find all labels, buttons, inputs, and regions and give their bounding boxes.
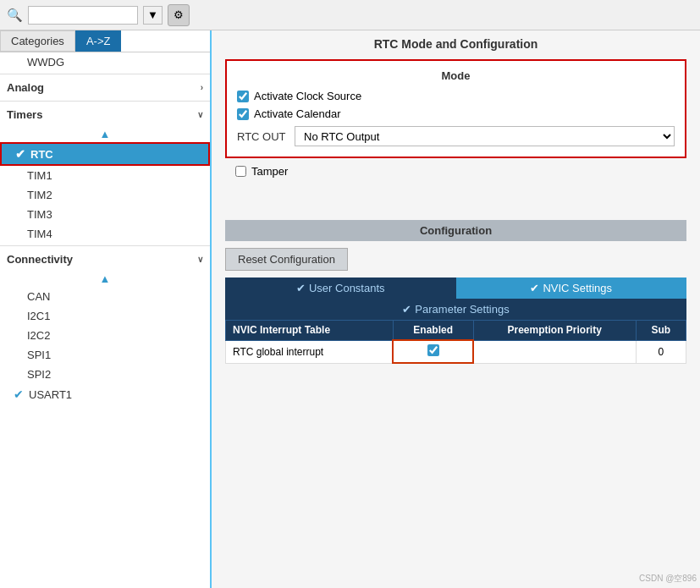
sidebar-item-connectivity[interactable]: Connectivity ∨ [0,248,210,271]
config-section-header: Configuration [225,220,686,241]
divider-1 [0,74,210,74]
config-tabs-row: ✔ User Constants ✔ NVIC Settings [225,278,686,299]
nvic-table: NVIC Interrupt Table Enabled Preemption … [225,320,686,364]
interrupt-name-cell: RTC global interrupt [226,340,394,363]
rtc-out-select[interactable]: No RTC Output RTC Alarm RTC Second [295,126,675,146]
table-row: RTC global interrupt 0 [226,340,686,363]
search-dropdown-button[interactable]: ▼ [143,6,163,25]
col-nvic-interrupt-table: NVIC Interrupt Table [226,321,394,341]
config-tab-parameter-settings[interactable]: ✔ Parameter Settings [225,299,686,320]
divider-2 [0,101,210,102]
tamper-row: Tamper [212,163,700,179]
sidebar-item-usart1[interactable]: ✔ USART1 [0,384,210,404]
sidebar-item-tim3[interactable]: TIM3 [0,205,210,224]
nvic-settings-check-icon: ✔ [530,282,539,294]
tamper-checkbox[interactable] [235,166,246,177]
sidebar-item-i2c2[interactable]: I2C2 [0,326,210,345]
activate-calendar-label: Activate Calendar [254,107,341,120]
sidebar-item-can[interactable]: CAN [0,287,210,306]
sidebar-tab-categories[interactable]: Categories [0,30,75,52]
timers-collapse-arrow[interactable]: ▲ [0,126,210,142]
config-section: Configuration Reset Configuration ✔ User… [225,220,686,364]
param-settings-label: Parameter Settings [415,303,509,316]
connectivity-collapse-up-icon: ▲ [100,272,111,285]
rtc-check-icon: ✔ [15,147,25,161]
sidebar-item-tim4[interactable]: TIM4 [0,224,210,244]
search-input[interactable] [28,6,138,25]
tim3-label: TIM3 [27,208,52,221]
timers-label: Timers [7,108,42,121]
usart1-label: USART1 [29,388,72,401]
preemption-priority-cell [473,340,636,363]
sidebar-tab-az[interactable]: A->Z [75,30,122,52]
user-constants-label: User Constants [309,282,385,294]
user-constants-check-icon: ✔ [296,282,306,294]
reset-configuration-button[interactable]: Reset Configuration [225,248,348,271]
sidebar-item-tim1[interactable]: TIM1 [0,166,210,185]
param-settings-check-icon: ✔ [402,303,411,316]
usart1-check-icon: ✔ [14,387,24,401]
main-layout: Categories A->Z WWDG Analog › Timers ∨ ▲… [0,30,700,588]
collapse-up-icon: ▲ [100,128,111,140]
connectivity-collapse-arrow[interactable]: ▲ [0,271,210,287]
rtc-interrupt-enabled-checkbox[interactable] [427,344,439,356]
sidebar-item-spi2[interactable]: SPI2 [0,365,210,384]
timers-arrow-icon: ∨ [197,110,203,119]
analog-label: Analog [7,81,44,94]
activate-calendar-row: Activate Calendar [237,105,675,123]
sidebar-item-i2c1[interactable]: I2C1 [0,306,210,326]
analog-arrow-icon: › [201,83,203,92]
activate-clock-source-row: Activate Clock Source [237,87,675,105]
enabled-cell [393,340,473,363]
content-area: RTC Mode and Configuration Mode Activate… [212,30,700,588]
divider-3 [0,245,210,246]
col-preemption-priority: Preemption Priority [473,321,636,341]
top-bar: 🔍 ▼ ⚙ [0,0,700,30]
config-tab-nvic-settings[interactable]: ✔ NVIC Settings [456,278,687,299]
sidebar: Categories A->Z WWDG Analog › Timers ∨ ▲… [0,30,212,588]
mode-section: Mode Activate Clock Source Activate Cale… [225,59,686,158]
spi1-label: SPI1 [27,349,51,361]
mode-section-header: Mode [237,68,675,87]
sidebar-item-analog[interactable]: Analog › [0,76,210,99]
search-icon: 🔍 [7,8,23,23]
rtc-label: RTC [30,148,53,161]
rtc-out-row: RTC OUT No RTC Output RTC Alarm RTC Seco… [237,123,675,150]
connectivity-arrow-icon: ∨ [197,255,203,264]
page-title: RTC Mode and Configuration [212,30,700,54]
tim4-label: TIM4 [27,228,52,240]
col-sub: Sub [636,321,686,341]
sidebar-item-tim2[interactable]: TIM2 [0,185,210,205]
sidebar-item-spi1[interactable]: SPI1 [0,345,210,365]
tim2-label: TIM2 [27,189,52,201]
col-enabled: Enabled [393,321,473,341]
can-label: CAN [27,290,50,303]
rtc-out-label: RTC OUT [237,130,288,143]
gear-icon: ⚙ [174,8,184,21]
tim1-label: TIM1 [27,169,52,182]
spi2-label: SPI2 [27,368,51,381]
i2c2-label: I2C2 [27,329,50,342]
tamper-label: Tamper [251,165,288,178]
sidebar-item-wwdg[interactable]: WWDG [0,52,210,72]
i2c1-label: I2C1 [27,310,50,322]
activate-clock-source-label: Activate Clock Source [254,90,361,102]
sidebar-item-rtc[interactable]: ✔ RTC [0,142,210,166]
sidebar-tabs: Categories A->Z [0,30,210,52]
spacer [212,179,700,213]
sub-cell: 0 [636,340,686,363]
table-header-row: NVIC Interrupt Table Enabled Preemption … [226,321,686,341]
wwdg-label: WWDG [27,56,64,69]
settings-gear-button[interactable]: ⚙ [168,4,190,26]
watermark: CSDN @空896 [639,573,697,585]
sidebar-item-timers[interactable]: Timers ∨ [0,103,210,126]
nvic-settings-label: NVIC Settings [543,282,612,294]
config-tab-user-constants[interactable]: ✔ User Constants [225,278,456,299]
activate-clock-source-checkbox[interactable] [237,91,249,102]
activate-calendar-checkbox[interactable] [237,108,249,120]
connectivity-label: Connectivity [7,253,73,266]
